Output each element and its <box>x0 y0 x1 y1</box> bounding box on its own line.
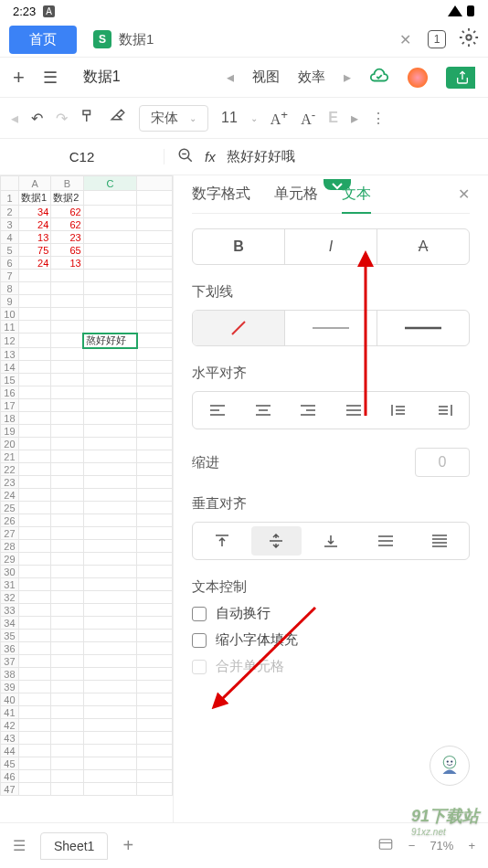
bold-button[interactable]: B <box>193 229 285 264</box>
chevron-down-icon: ⌄ <box>250 113 258 123</box>
align-left[interactable] <box>196 396 239 425</box>
mode-tab[interactable]: 效率 <box>298 69 325 86</box>
window-count-icon[interactable]: 1 <box>428 30 446 48</box>
indent-label: 缩进 <box>192 454 219 471</box>
chevron-left-icon[interactable]: ◂ <box>11 110 18 127</box>
eraser-icon[interactable] <box>110 108 126 128</box>
align-center[interactable] <box>242 396 284 425</box>
sheets-menu-icon[interactable]: ☰ <box>13 837 26 854</box>
svg-line-3 <box>232 322 245 334</box>
halign-label: 水平对齐 <box>192 365 470 382</box>
halign-options <box>192 391 470 429</box>
bold-icon[interactable]: E <box>328 110 338 126</box>
view-tab[interactable]: 视图 <box>252 69 280 86</box>
font-size[interactable]: 11 <box>221 110 238 126</box>
close-icon[interactable]: ✕ <box>399 31 411 48</box>
cloud-icon[interactable] <box>369 66 389 90</box>
format-painter-icon[interactable] <box>80 108 97 128</box>
svg-point-10 <box>447 760 449 762</box>
cell-reference[interactable]: C12 <box>0 149 164 164</box>
underline-single[interactable] <box>285 311 377 345</box>
textctrl-label: 文本控制 <box>192 578 470 596</box>
font-increase-icon[interactable]: A+ <box>271 108 288 128</box>
top-tabs: 首页 S 数据1 ✕ 1 <box>0 22 488 57</box>
zoom-minus[interactable]: − <box>408 839 416 852</box>
align-indent-left[interactable] <box>378 396 420 425</box>
indent-value[interactable]: 0 <box>415 448 470 477</box>
valign-options <box>192 522 470 560</box>
more-icon[interactable]: ⋮ <box>371 110 386 127</box>
align-indent-right[interactable] <box>423 396 465 425</box>
font-select[interactable]: 宋体 ⌄ <box>139 105 208 132</box>
undo-icon[interactable]: ↶ <box>31 110 43 127</box>
underline-none[interactable] <box>193 311 285 345</box>
view-mode-icon[interactable] <box>377 836 394 855</box>
fx-icon[interactable]: fx <box>205 149 216 164</box>
sheet-name[interactable]: 数据1 <box>83 68 208 87</box>
status-time: 2:23 <box>13 5 36 18</box>
gear-icon[interactable] <box>459 27 479 51</box>
tab-cell[interactable]: 单元格 <box>274 185 318 204</box>
status-icon: A <box>43 5 55 17</box>
chevron-down-icon: ⌄ <box>189 113 196 123</box>
redo-icon[interactable]: ↷ <box>56 110 68 127</box>
align-justify[interactable] <box>333 396 375 425</box>
font-decrease-icon[interactable]: A- <box>301 108 315 128</box>
valign-top[interactable] <box>196 526 248 556</box>
zoom-plus[interactable]: + <box>468 839 475 852</box>
strikethrough-button[interactable]: A <box>377 229 469 264</box>
zoom-out-icon[interactable] <box>177 147 194 166</box>
tab-text[interactable]: 文本 <box>342 185 371 204</box>
status-bar: 2:23 A <box>0 0 488 22</box>
merge-checkbox: 合并单元格 <box>192 658 470 675</box>
valign-bottom[interactable] <box>305 526 356 556</box>
main-toolbar: + ☰ 数据1 ◂ 视图 效率 ▸ <box>0 57 488 98</box>
italic-button[interactable]: I <box>285 229 377 264</box>
shrink-checkbox[interactable]: 缩小字体填充 <box>192 631 470 649</box>
svg-rect-0 <box>467 5 474 16</box>
sheet-app-icon: S <box>93 30 111 48</box>
avatar[interactable] <box>408 68 428 88</box>
underline-label: 下划线 <box>192 283 470 301</box>
wrap-checkbox[interactable]: 自动换行 <box>192 605 470 622</box>
formula-input[interactable]: 熬好好好哦 <box>227 148 295 165</box>
svg-rect-6 <box>379 840 392 850</box>
chevron-right-icon[interactable]: ▸ <box>344 69 351 86</box>
formula-bar: C12 fx 熬好好好哦 <box>0 139 488 175</box>
share-button[interactable] <box>446 67 475 89</box>
file-tab[interactable]: S 数据1 ✕ <box>82 30 422 48</box>
valign-label: 垂直对齐 <box>192 495 470 513</box>
add-sheet-icon[interactable]: + <box>122 835 133 856</box>
underline-options <box>192 310 470 346</box>
watermark: 91下载站91xz.net <box>411 805 479 837</box>
assistant-button[interactable] <box>430 746 470 786</box>
status-icons <box>448 5 475 17</box>
format-toolbar: ◂ ↶ ↷ 宋体 ⌄ 11 ⌄ A+ A- E ▸ ⋮ <box>0 98 488 139</box>
sheet-tab[interactable]: Sheet1 <box>40 832 108 860</box>
style-buttons: B I A <box>192 228 470 265</box>
spreadsheet[interactable]: ABC 1数据1数据2 23462 32462 41323 57565 6241… <box>0 175 174 822</box>
format-panel: 数字格式 单元格 文本 ✕ B I A 下划线 水平对齐 缩进 0 <box>174 175 488 822</box>
underline-thick[interactable] <box>377 311 469 345</box>
plus-icon[interactable]: + <box>13 66 25 90</box>
close-icon[interactable]: ✕ <box>458 185 470 203</box>
menu-icon[interactable]: ☰ <box>43 68 58 88</box>
valign-middle[interactable] <box>251 526 302 556</box>
valign-distribute[interactable] <box>360 526 411 556</box>
svg-point-1 <box>466 35 472 40</box>
svg-point-11 <box>451 760 452 762</box>
chevron-right-icon[interactable]: ▸ <box>351 110 358 127</box>
valign-justify[interactable] <box>414 526 465 556</box>
chevron-left-icon[interactable]: ◂ <box>227 69 234 86</box>
zoom-level: 71% <box>430 839 453 852</box>
file-tab-label: 数据1 <box>119 31 154 48</box>
svg-point-9 <box>443 757 456 769</box>
home-button[interactable]: 首页 <box>9 26 77 54</box>
align-right[interactable] <box>287 396 329 425</box>
tab-number-format[interactable]: 数字格式 <box>192 185 250 204</box>
